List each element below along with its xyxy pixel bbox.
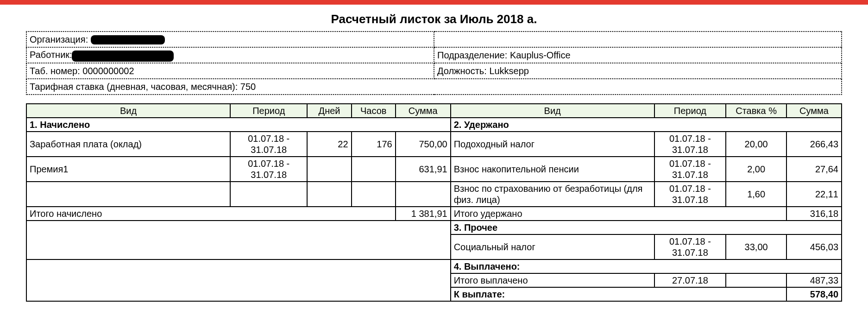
hdr-vid-left: Вид	[26, 104, 230, 118]
accrued-name	[26, 182, 230, 207]
withheld-period: 01.07.18 - 31.07.18	[654, 182, 726, 207]
blank-left	[26, 221, 451, 259]
dept-label: Подразделение:	[437, 50, 507, 60]
accrued-hours	[352, 157, 396, 182]
payslip-table: Вид Период Дней Часов Сумма Вид Период С…	[26, 103, 842, 302]
accrued-days	[307, 157, 351, 182]
header-row: Вид Период Дней Часов Сумма Вид Период С…	[26, 104, 842, 118]
paid-sum: 487,33	[786, 273, 842, 287]
dept-value: Kauplus-Office	[510, 50, 571, 60]
accrued-hours	[352, 182, 396, 207]
withheld-total-label: Итого удержано	[451, 207, 786, 221]
accrued-days: 22	[307, 132, 351, 157]
withheld-sum: 27,64	[786, 157, 842, 182]
pos-value: Lukksepp	[489, 66, 529, 76]
section-other: 3. Прочее	[451, 221, 842, 234]
hdr-hours: Часов	[352, 104, 396, 118]
accrued-sum	[396, 182, 451, 207]
withheld-rate: 20,00	[726, 132, 786, 157]
withheld-rate: 1,60	[726, 182, 786, 207]
accrued-period: 01.07.18 - 31.07.18	[230, 157, 307, 182]
accrued-sum: 750,00	[396, 132, 451, 157]
section-accrued: 1. Начислено	[26, 118, 451, 132]
worker-label: Работник:	[30, 50, 72, 60]
table-row: Взнос по страхованию от безработицы (для…	[26, 182, 842, 207]
withheld-name: Подоходный налог	[451, 132, 654, 157]
other-period: 01.07.18 - 31.07.18	[654, 234, 726, 259]
withheld-sum: 22,11	[786, 182, 842, 207]
hdr-period-left: Период	[230, 104, 307, 118]
totals-row: Итого начислено 1 381,91 Итого удержано …	[26, 207, 842, 221]
accrued-name: Заработная плата (оклад)	[26, 132, 230, 157]
accrued-sum: 631,91	[396, 157, 451, 182]
accrued-total-label: Итого начислено	[26, 207, 396, 221]
tariff-row: Тарифная ставка (дневная, часовая, месяч…	[26, 79, 842, 95]
other-sum: 456,03	[786, 234, 842, 259]
redacted-worker	[72, 51, 174, 62]
pos-label: Должность:	[437, 66, 487, 76]
accrued-name: Премия1	[26, 157, 230, 182]
accrued-period: 01.07.18 - 31.07.18	[230, 132, 307, 157]
table-row: Премия1 01.07.18 - 31.07.18 631,91 Взнос…	[26, 157, 842, 182]
hdr-sum-right: Сумма	[786, 104, 842, 118]
withheld-total: 316,18	[786, 207, 842, 221]
to-pay-sum: 578,40	[786, 287, 842, 301]
other-name: Социальный налог	[451, 234, 654, 259]
section-withheld: 2. Удержано	[451, 118, 842, 132]
paid-rate	[726, 273, 786, 287]
hdr-vid-right: Вид	[451, 104, 654, 118]
tab-value: 0000000002	[82, 66, 134, 76]
section-paid: 4. Выплачено:	[451, 259, 842, 273]
top-red-bar	[0, 0, 868, 5]
hdr-sum-left: Сумма	[396, 104, 451, 118]
redacted-org	[91, 35, 165, 44]
accrued-hours: 176	[352, 132, 396, 157]
accrued-total: 1 381,91	[396, 207, 451, 221]
withheld-period: 01.07.18 - 31.07.18	[654, 132, 726, 157]
withheld-name: Взнос накопительной пенсии	[451, 157, 654, 182]
table-row: Заработная плата (оклад) 01.07.18 - 31.0…	[26, 132, 842, 157]
org-label: Организация:	[30, 34, 88, 44]
withheld-name: Взнос по страхованию от безработицы (для…	[451, 182, 654, 207]
hdr-rate: Ставка %	[726, 104, 786, 118]
paid-date: 27.07.18	[654, 273, 726, 287]
tab-label: Таб. номер:	[30, 66, 80, 76]
meta-block: Организация: Работник: Подразделение: Ka…	[26, 31, 842, 95]
withheld-rate: 2,00	[726, 157, 786, 182]
withheld-period: 01.07.18 - 31.07.18	[654, 157, 726, 182]
accrued-period	[230, 182, 307, 207]
blank-left-2	[26, 259, 451, 301]
hdr-period-right: Период	[654, 104, 726, 118]
to-pay-label: К выплате:	[451, 287, 786, 301]
withheld-sum: 266,43	[786, 132, 842, 157]
hdr-days: Дней	[307, 104, 351, 118]
payslip-document: Расчетный листок за Июль 2018 а. Организ…	[0, 5, 868, 335]
page-title: Расчетный листок за Июль 2018 а.	[26, 12, 842, 26]
other-rate: 33,00	[726, 234, 786, 259]
paid-label: Итого выплачено	[451, 273, 654, 287]
accrued-days	[307, 182, 351, 207]
